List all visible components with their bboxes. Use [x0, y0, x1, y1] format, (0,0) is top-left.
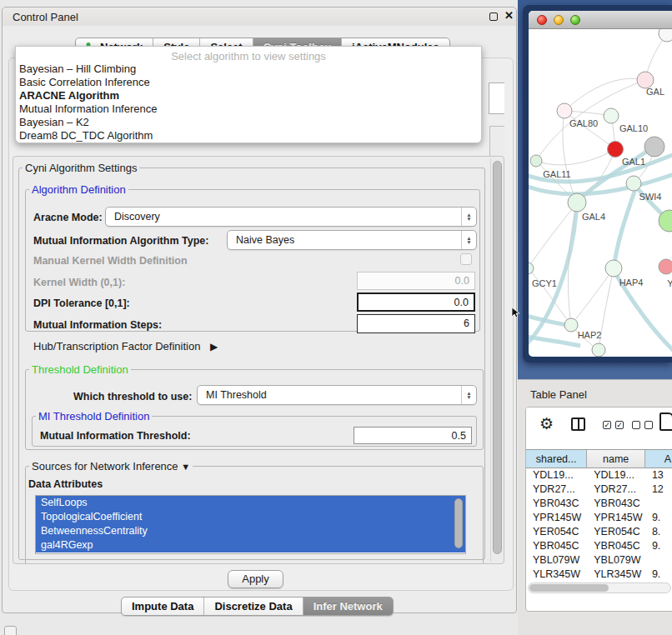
column-header-shared-[interactable]: shared...	[526, 450, 587, 468]
table-row[interactable]: YBR043CYBR043C	[526, 498, 672, 512]
table-cell: YBR045C	[587, 540, 645, 554]
table-cell: YDR27...	[526, 483, 587, 498]
column-header-a[interactable]: A	[645, 450, 672, 468]
inference-algorithm-combo-fragment[interactable]: ▲▼	[489, 82, 504, 114]
apply-button[interactable]: Apply	[228, 570, 283, 588]
aracne-mode-label: Aracne Mode:	[33, 212, 103, 223]
close-traffic-icon[interactable]	[537, 15, 547, 25]
network-node[interactable]	[592, 343, 605, 357]
unchecked-box-icon-2[interactable]	[644, 421, 653, 429]
table-horizontal-scrollbar[interactable]	[528, 582, 671, 593]
aracne-mode-value: Discovery	[106, 211, 461, 222]
table-row[interactable]: YBL079WYBL079W	[526, 554, 672, 568]
manual-kernel-width-label: Manual Kernel Width Definition	[33, 255, 188, 267]
algorithm-option-bayesian-k2[interactable]: Bayesian – K2	[16, 116, 481, 129]
kernel-width-field[interactable]: 0.0	[357, 272, 475, 290]
table-row[interactable]: YER054CYER054C8.	[526, 526, 672, 540]
node-label-y: Y	[667, 278, 672, 288]
algorithm-definition-title: Algorithm Definition	[29, 183, 128, 196]
attribute-item-gal4rgexp[interactable]: gal4RGexp	[36, 538, 465, 552]
algorithm-option-basic-correlation-inference[interactable]: Basic Correlation Inference	[16, 76, 481, 89]
scrollbar-thumb[interactable]	[529, 584, 609, 592]
mi-threshold-field[interactable]: 0.5	[354, 427, 472, 444]
node-label-gal80: GAL80	[569, 118, 598, 128]
table-row[interactable]: YBR045CYBR045C9.	[526, 540, 672, 554]
float-window-icon[interactable]	[489, 12, 498, 21]
network-edge[interactable]	[529, 336, 580, 346]
column-header-name[interactable]: name	[587, 450, 645, 468]
data-attributes-list[interactable]: SelfLoopsTopologicalCoefficientBetweenne…	[35, 495, 466, 554]
tab-discretize-data[interactable]: Discretize Data	[204, 598, 303, 615]
network-view-window: GALGAL80GAL10GAL1GAL11SWI4GAL4GCY1HAP4YH…	[529, 11, 672, 357]
attribute-item-topologicalcoefficient[interactable]: TopologicalCoefficient	[36, 510, 465, 524]
table-panel-title: Table Panel	[530, 388, 587, 401]
tab-impute-data[interactable]: Impute Data	[122, 598, 204, 615]
hub-definition-section[interactable]: Hub/Transcription Factor Definition ▶	[33, 340, 218, 352]
network-node[interactable]	[568, 193, 586, 212]
network-node[interactable]	[605, 260, 622, 277]
mi-steps-field[interactable]: 6	[357, 314, 475, 333]
table-cell: YER054C	[587, 526, 645, 540]
network-node[interactable]	[604, 108, 619, 123]
table-row[interactable]: YDR27...YDR27...12	[526, 483, 672, 498]
network-edge[interactable]	[536, 149, 615, 165]
gear-icon[interactable]: ⚙	[539, 414, 554, 433]
network-node[interactable]	[530, 155, 542, 167]
table-cell: 9.	[645, 540, 672, 554]
table-row[interactable]: YDL19...YDL19...13	[526, 469, 672, 483]
mi-steps-label: Mutual Information Steps:	[33, 319, 162, 331]
settings-scrollbar-thumb[interactable]	[493, 161, 502, 554]
table-header-row: shared...nameA	[526, 449, 672, 468]
network-node[interactable]	[659, 29, 672, 42]
close-icon[interactable]: ✕	[504, 9, 514, 22]
chevron-down-icon[interactable]: ▼	[181, 462, 190, 472]
network-edge[interactable]	[571, 268, 614, 325]
network-node[interactable]	[608, 142, 624, 158]
table-row[interactable]: YPR145WYPR145W9.	[526, 512, 672, 526]
settings-scrollbar-track[interactable]	[490, 158, 503, 562]
dpi-tolerance-field[interactable]: 0.0	[357, 292, 475, 312]
network-node[interactable]	[626, 176, 641, 191]
which-threshold-combo[interactable]: MI Threshold ▲▼	[197, 385, 477, 405]
minimized-panel-icon[interactable]	[4, 626, 17, 635]
algorithm-option-dream8-dc-tdc-algorithm[interactable]: Dream8 DC_TDC Algorithm	[16, 129, 481, 142]
node-label-gal1: GAL1	[622, 157, 645, 167]
table-cell: 12	[645, 483, 672, 498]
zoom-traffic-icon[interactable]	[570, 15, 580, 25]
mouse-cursor	[511, 307, 520, 318]
network-node[interactable]	[637, 72, 654, 88]
node-table-container: ⚙ ✓ ✓ shared...nameA YDL19...YDL19...13Y…	[525, 407, 672, 612]
attribute-item-selfloops[interactable]: SelfLoops	[36, 496, 465, 510]
attribute-item-betweennesscentrality[interactable]: BetweennessCentrality	[36, 524, 465, 538]
network-node[interactable]	[659, 259, 672, 274]
tab-infer-network[interactable]: Infer Network	[303, 598, 393, 615]
network-canvas[interactable]: GALGAL80GAL10GAL1GAL11SWI4GAL4GCY1HAP4YH…	[529, 29, 672, 357]
unchecked-box-icon[interactable]	[632, 421, 640, 429]
table-cell: YPR145W	[587, 512, 645, 526]
table-cell: YLR345W	[526, 568, 587, 581]
algorithm-option-bayesian-hill-climbing[interactable]: Bayesian – Hill Climbing	[16, 62, 481, 76]
manual-kernel-width-checkbox[interactable]	[460, 253, 472, 265]
network-node[interactable]	[557, 103, 572, 118]
kernel-width-label: Kernel Width (0,1):	[33, 277, 125, 288]
table-cell: YPR145W	[526, 512, 587, 526]
network-edge[interactable]	[614, 189, 635, 264]
export-table-icon[interactable]	[659, 412, 672, 431]
aracne-mode-combo[interactable]: Discovery ▲▼	[105, 207, 477, 227]
algorithm-option-mutual-information-inference[interactable]: Mutual Information Inference	[16, 102, 481, 116]
checked-box-icon[interactable]: ✓	[603, 421, 611, 429]
chevron-right-icon[interactable]: ▶	[210, 341, 218, 352]
network-window-titlebar[interactable]	[529, 11, 672, 29]
checked-box-icon-2[interactable]: ✓	[615, 421, 624, 429]
network-node[interactable]	[564, 318, 578, 332]
attributes-scrollbar-thumb[interactable]	[454, 498, 463, 548]
algorithm-option-aracne-algorithm[interactable]: ARACNE Algorithm	[16, 89, 481, 102]
columns-icon[interactable]	[571, 418, 585, 431]
network-edge[interactable]	[564, 78, 645, 111]
table-row[interactable]: YLR345WYLR345W9.	[526, 568, 672, 581]
minimize-traffic-icon[interactable]	[554, 15, 564, 25]
network-node[interactable]	[644, 137, 664, 157]
mi-algorithm-type-combo[interactable]: Naive Bayes ▲▼	[227, 230, 477, 250]
algorithm-placeholder: Select algorithm to view settings	[16, 47, 481, 62]
network-node[interactable]	[529, 262, 534, 274]
